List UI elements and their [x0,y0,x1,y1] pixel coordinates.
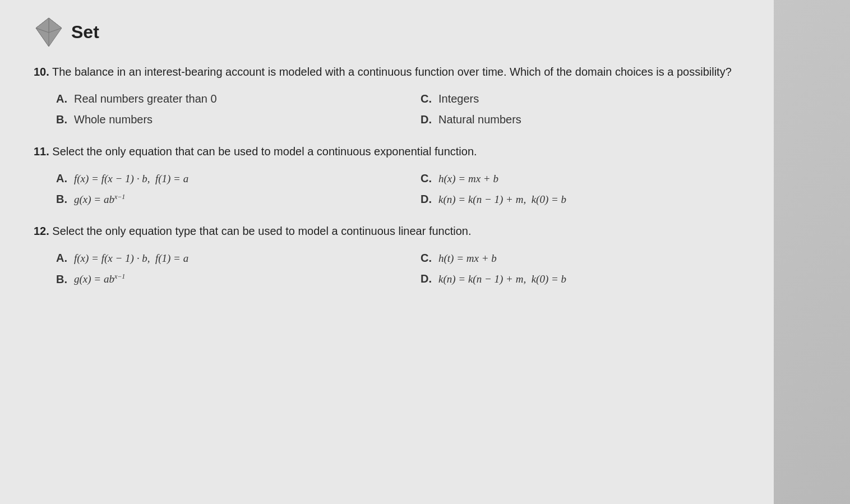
question-10-text: 10. The balance in an interest-bearing a… [34,63,740,80]
question-10: 10. The balance in an interest-bearing a… [34,63,740,126]
question-12-text: 12. Select the only equation type that c… [34,223,740,239]
question-10-number: 10. [34,66,49,78]
option-10-c[interactable]: C. Integers [421,93,740,105]
option-10-b[interactable]: B. Whole numbers [56,113,376,126]
option-11-a-letter: A. [56,172,68,185]
option-11-a-text: f(x) = f(x − 1) · b, f(1) = a [74,173,188,185]
page: Set 10. The balance in an interest-beari… [0,0,774,504]
question-11-number: 11. [34,145,49,158]
option-11-d-text: k(n) = k(n − 1) + m, k(0) = b [438,193,566,206]
option-10-d-text: Natural numbers [438,113,521,126]
page-title: Set [71,22,99,43]
question-11: 11. Select the only equation that can be… [34,143,740,206]
option-12-a[interactable]: A. f(x) = f(x − 1) · b, f(1) = a [56,252,376,265]
option-12-d[interactable]: D. k(n) = k(n − 1) + m, k(0) = b [421,272,740,285]
question-10-options: A. Real numbers greater than 0 C. Intege… [34,93,740,126]
option-11-b-letter: B. [56,193,68,206]
option-10-a[interactable]: A. Real numbers greater than 0 [56,93,376,105]
question-12-options: A. f(x) = f(x − 1) · b, f(1) = a C. h(t)… [34,252,740,285]
option-12-c-letter: C. [421,252,433,265]
question-12-number: 12. [34,225,49,237]
option-10-c-text: Integers [438,93,479,105]
option-12-c[interactable]: C. h(t) = mx + b [421,252,740,265]
option-12-b[interactable]: B. g(x) = abx−1 [56,272,376,285]
question-12: 12. Select the only equation type that c… [34,223,740,285]
option-11-d[interactable]: D. k(n) = k(n − 1) + m, k(0) = b [421,193,740,206]
option-11-b[interactable]: B. g(x) = abx−1 [56,193,376,206]
option-12-d-text: k(n) = k(n − 1) + m, k(0) = b [438,273,566,285]
option-10-a-text: Real numbers greater than 0 [74,93,217,105]
option-11-d-letter: D. [421,193,433,206]
option-12-b-letter: B. [56,273,68,286]
option-11-c-text: h(x) = mx + b [438,173,498,185]
option-12-a-text: f(x) = f(x − 1) · b, f(1) = a [74,252,188,265]
option-10-d[interactable]: D. Natural numbers [421,113,740,126]
option-12-d-letter: D. [421,272,433,285]
option-10-d-letter: D. [421,113,433,126]
option-11-c-letter: C. [421,172,433,185]
option-12-a-letter: A. [56,252,68,265]
header: Set [34,17,740,48]
option-11-a[interactable]: A. f(x) = f(x − 1) · b, f(1) = a [56,172,376,185]
option-12-c-text: h(t) = mx + b [438,252,497,265]
question-11-options: A. f(x) = f(x − 1) · b, f(1) = a C. h(x)… [34,172,740,206]
option-10-a-letter: A. [56,93,68,105]
option-10-b-text: Whole numbers [74,113,153,126]
question-11-text: 11. Select the only equation that can be… [34,143,740,160]
option-12-b-text: g(x) = abx−1 [74,272,125,285]
option-11-b-text: g(x) = abx−1 [74,193,125,206]
option-10-b-letter: B. [56,113,68,126]
option-10-c-letter: C. [421,93,433,105]
logo-icon [34,17,64,48]
option-11-c[interactable]: C. h(x) = mx + b [421,172,740,185]
